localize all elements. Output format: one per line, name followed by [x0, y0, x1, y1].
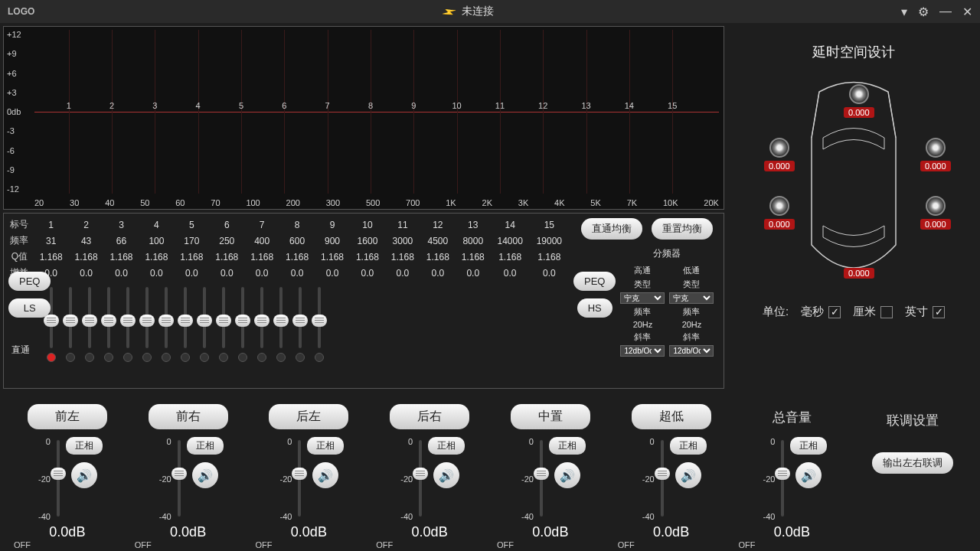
db-value: 0.0dB — [250, 524, 369, 540]
channel-5: 超低 0-20-40 正相 🔊 0.0dB OFF — [612, 401, 731, 548]
volume-slider[interactable] — [178, 440, 181, 517]
mute-button[interactable]: 🔊 — [433, 462, 459, 488]
channel-button[interactable]: 后右 — [390, 404, 469, 429]
speaker-rear-left[interactable]: 0.000 — [764, 196, 795, 230]
eq-slider-2[interactable] — [66, 287, 75, 362]
volume-slider[interactable] — [57, 440, 60, 517]
channel-1: 前右 0-20-40 正相 🔊 0.0dB OFF — [129, 401, 248, 548]
mute-button[interactable]: 🔊 — [312, 462, 338, 488]
hp-slope-select[interactable]: 12db/Oct — [620, 345, 665, 357]
off-label: OFF — [497, 540, 514, 549]
volume-slider[interactable] — [661, 440, 664, 517]
status-text: 未连接 — [462, 5, 494, 18]
master-db: 0.0dB — [733, 524, 852, 540]
master-phase-button[interactable]: 正相 — [790, 437, 827, 455]
mute-button[interactable]: 🔊 — [675, 462, 701, 488]
titlebar: LOGO ⚡ 未连接 ▾ ⚙ — ✕ — [0, 0, 980, 23]
settings-icon[interactable]: ⚙ — [918, 5, 929, 19]
lp-type-select[interactable]: 宁克 — [669, 292, 714, 304]
eq-slider-7[interactable] — [162, 287, 171, 362]
eq-slider-5[interactable] — [123, 287, 132, 362]
unit-cm[interactable]: 厘米 — [853, 305, 893, 319]
eq-slider-8[interactable] — [181, 287, 190, 362]
peq-button[interactable]: PEQ — [8, 272, 51, 291]
hs-button[interactable]: HS — [577, 298, 612, 318]
link-settings: 联调设置输出左右联调 — [853, 401, 972, 548]
car-diagram: 0.000 0.000 0.000 0.000 0.000 0.000 — [758, 77, 949, 298]
phase-button[interactable]: 正相 — [66, 437, 103, 455]
off-label: OFF — [618, 540, 635, 549]
speaker-sub[interactable]: 0.000 — [844, 268, 874, 279]
window-controls: ▾ ⚙ — ✕ — [901, 5, 972, 19]
volume-slider[interactable] — [298, 440, 301, 517]
eq-slider-9[interactable] — [200, 287, 209, 362]
disconnect-icon: ⚡ — [440, 2, 458, 20]
off-label: OFF — [135, 540, 152, 549]
unit-in[interactable]: 英寸 — [905, 305, 945, 319]
mute-button[interactable]: 🔊 — [554, 462, 580, 488]
eq-slider-14[interactable] — [296, 287, 305, 362]
ls-button[interactable]: LS — [8, 298, 51, 318]
eq-slider-12[interactable] — [257, 287, 266, 362]
speaker-front-center[interactable]: 0.000 — [844, 84, 874, 118]
unit-ms[interactable]: 毫秒 — [801, 305, 841, 319]
svg-line-1 — [888, 92, 896, 138]
channel-2: 后左 0-20-40 正相 🔊 0.0dB OFF — [250, 401, 369, 548]
master-slider[interactable] — [781, 440, 784, 517]
minimize-icon[interactable]: — — [939, 5, 952, 19]
eq-reset-button[interactable]: 重置均衡 — [652, 218, 713, 240]
lp-slope-select[interactable]: 12db/Oct — [669, 345, 714, 357]
eq-slider-11[interactable] — [238, 287, 247, 362]
eq-slider-4[interactable] — [104, 287, 113, 362]
volume-slider[interactable] — [540, 440, 543, 517]
db-value: 0.0dB — [129, 524, 248, 540]
channel-button[interactable]: 前右 — [149, 404, 228, 429]
eq-slider-15[interactable] — [315, 287, 324, 362]
off-label: OFF — [256, 540, 273, 549]
pass-label: 直通 — [11, 344, 30, 357]
eq-pass-button[interactable]: 直通均衡 — [581, 218, 642, 240]
phase-button[interactable]: 正相 — [428, 437, 465, 455]
channel-button[interactable]: 前左 — [28, 404, 107, 429]
db-value: 0.0dB — [612, 524, 731, 540]
off-label: OFF — [376, 540, 393, 549]
crossover-title: 分频器 — [620, 247, 714, 260]
eq-panel: 标号123456789101112131415频率314366100170250… — [3, 213, 724, 389]
peq2-button[interactable]: PEQ — [573, 272, 616, 291]
phase-button[interactable]: 正相 — [670, 437, 707, 455]
speaker-front-left[interactable]: 0.000 — [764, 138, 795, 171]
close-icon[interactable]: ✕ — [962, 5, 972, 19]
channel-3: 后右 0-20-40 正相 🔊 0.0dB OFF — [370, 401, 489, 548]
eq-slider-6[interactable] — [142, 287, 152, 362]
mute-button[interactable]: 🔊 — [192, 462, 218, 488]
eq-slider-3[interactable] — [85, 287, 94, 362]
phase-button[interactable]: 正相 — [307, 437, 344, 455]
phase-button[interactable]: 正相 — [549, 437, 586, 455]
unit-selector: 单位: 毫秒 厘米 英寸 — [763, 305, 945, 319]
eq-slider-10[interactable] — [219, 287, 228, 362]
logo: LOGO — [8, 6, 34, 17]
db-value: 0.0dB — [491, 524, 610, 540]
channel-button[interactable]: 中置 — [511, 404, 590, 429]
delay-title: 延时空间设计 — [812, 43, 895, 61]
menu-icon[interactable]: ▾ — [901, 5, 907, 19]
link-output-button[interactable]: 输出左右联调 — [872, 452, 953, 474]
svg-line-0 — [812, 92, 819, 138]
lowpass: 低通 类型 宁克 频率 20Hz 斜率 12db/Oct — [669, 265, 714, 357]
db-value: 0.0dB — [370, 524, 489, 540]
speaker-front-right[interactable]: 0.000 — [920, 138, 951, 171]
channel-button[interactable]: 后左 — [269, 404, 348, 429]
db-value: 0.0dB — [8, 524, 127, 540]
eq-graph[interactable]: +12+9+6+30db-3-6-9-12 123456789101112131… — [3, 26, 724, 210]
highpass: 高通 类型 宁克 频率 20Hz 斜率 12db/Oct — [620, 265, 665, 357]
master-mute-button[interactable]: 🔊 — [795, 462, 822, 488]
channel-0: 前左 0-20-40 正相 🔊 0.0dB OFF — [8, 401, 127, 548]
delay-panel: 延时空间设计 0.000 0.000 0.000 0.000 0.000 0.0… — [727, 23, 980, 398]
mute-button[interactable]: 🔊 — [71, 462, 97, 488]
volume-slider[interactable] — [419, 440, 422, 517]
hp-type-select[interactable]: 宁克 — [620, 292, 665, 304]
speaker-rear-right[interactable]: 0.000 — [920, 196, 951, 230]
phase-button[interactable]: 正相 — [187, 437, 224, 455]
channel-button[interactable]: 超低 — [632, 404, 711, 429]
eq-slider-13[interactable] — [276, 287, 286, 362]
